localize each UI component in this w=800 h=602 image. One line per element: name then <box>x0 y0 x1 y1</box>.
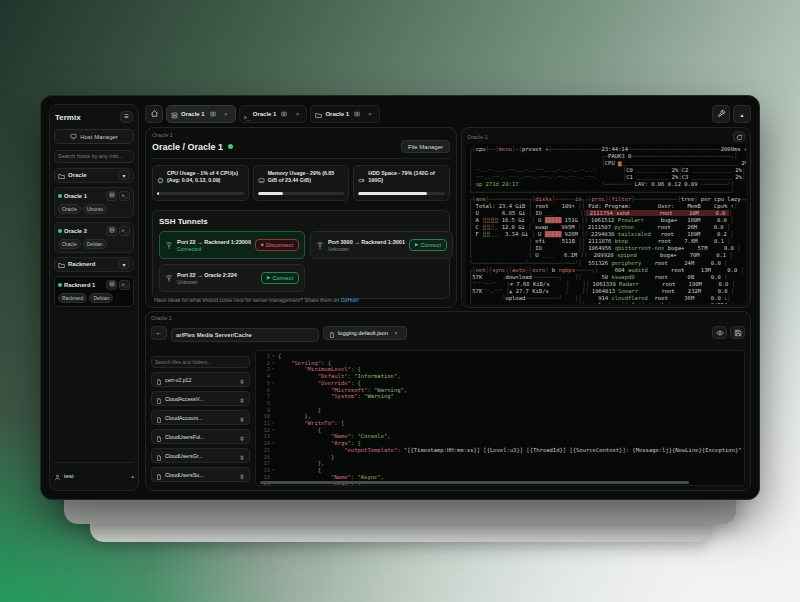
file-search-input[interactable] <box>151 356 250 368</box>
server-connect-button[interactable] <box>106 280 117 290</box>
file-manager-button[interactable]: File Manager <box>401 140 450 153</box>
stat-card-cpu: CPU Usage - 1% of 4 CPU(s) (Avg: 0.04, 0… <box>152 165 249 201</box>
pin-icon[interactable] <box>239 390 245 408</box>
file-list-item[interactable]: CloudUsersSu... <box>151 467 250 482</box>
line-number: 13 <box>256 433 272 440</box>
breadcrumb: Oracle / Oracle 1 <box>152 142 223 152</box>
chevron-up-icon: ▴ <box>131 473 134 479</box>
editor-line: 19 "Name": "Async", <box>256 474 744 481</box>
code-content: { <box>278 467 744 474</box>
sidebar-group-oracle[interactable]: Oracle▾ <box>54 168 134 183</box>
line-number: 12 <box>256 427 272 434</box>
code-content: "Override": { <box>278 380 744 387</box>
line-number: 4 <box>256 373 272 380</box>
close-icon[interactable]: × <box>292 108 302 120</box>
action-label: Disconnect <box>266 242 293 248</box>
code-content: "MinimumLevel": { <box>278 366 744 373</box>
code-content: } <box>278 454 744 461</box>
tunnel-status: Unknown <box>177 279 257 285</box>
split-icon[interactable] <box>208 108 218 120</box>
file-name: CloudAccessV... <box>165 396 236 402</box>
host-name: Oracle 1 <box>64 193 104 199</box>
host-item-racknerd-1[interactable]: Racknerd 1>_RacknerdDebian <box>54 276 134 307</box>
line-number: 15 <box>256 447 272 454</box>
host-manager-button[interactable]: Host Manager <box>54 129 134 144</box>
home-icon <box>150 109 159 120</box>
panel-label: Oracle 1 <box>151 315 745 321</box>
sidebar: Termix ≡ Host Manager Oracle▾Oracle 1>_O… <box>49 104 139 491</box>
code-editor[interactable]: 1▾{2▾ "Serilog": {3▾ "MinimumLevel": {4 … <box>255 350 745 486</box>
stat-label: HDD Space - 79% (142G of 190G) <box>368 170 445 188</box>
server-connect-button[interactable] <box>106 226 117 236</box>
progress-track <box>258 192 345 195</box>
terminal-connect-button[interactable]: >_ <box>119 191 130 201</box>
file-list-item[interactable]: cert-v2.p12 <box>151 372 250 387</box>
split-icon[interactable] <box>352 108 362 120</box>
terminal-output[interactable]: ┌┤cpu├──┤menu├─┤preset +├───────────────… <box>466 144 746 304</box>
refresh-button[interactable] <box>733 131 745 142</box>
server-connect-button[interactable] <box>106 191 117 201</box>
pin-icon[interactable] <box>239 485 245 487</box>
tunnel-card: Port 3000 → Racknerd 1:3001Unknown▶Conne… <box>310 231 453 259</box>
host-search-input[interactable] <box>54 150 134 163</box>
save-button[interactable] <box>730 326 745 339</box>
server-icon <box>109 227 115 234</box>
pin-icon[interactable] <box>239 428 245 446</box>
eye-icon <box>716 325 724 340</box>
editor-tab[interactable]: logging.default.json × <box>323 326 407 340</box>
refresh-icon <box>736 129 743 144</box>
back-button[interactable]: ← <box>151 326 167 340</box>
code-content: }, <box>278 413 744 420</box>
close-icon[interactable]: × <box>365 108 375 120</box>
close-icon[interactable]: × <box>391 327 401 339</box>
code-content: { <box>278 353 744 360</box>
status-dot <box>228 144 233 149</box>
close-icon[interactable]: × <box>221 108 231 120</box>
home-button[interactable] <box>145 105 163 123</box>
path-input[interactable] <box>171 328 319 342</box>
github-link[interactable]: GitHub! <box>341 297 359 303</box>
collapse-button[interactable]: ▴ <box>733 105 751 123</box>
host-tag: Debian <box>83 239 107 249</box>
terminal-connect-button[interactable]: >_ <box>119 280 130 290</box>
panel-label: Oracle 1 <box>467 134 488 140</box>
horizontal-scrollbar[interactable] <box>260 481 689 484</box>
code-content: "Serilog": { <box>278 360 744 367</box>
tools-button[interactable] <box>712 105 730 123</box>
user-menu[interactable]: test ▴ <box>54 462 134 485</box>
connect-button[interactable]: ▶Connect <box>409 239 447 251</box>
tab-folder[interactable]: Oracle 1× <box>310 105 380 123</box>
tab-server[interactable]: Oracle 1× <box>166 105 236 123</box>
pin-icon[interactable] <box>239 409 245 427</box>
terminal-connect-button[interactable]: >_ <box>119 226 130 236</box>
file-icon <box>156 372 162 389</box>
line-number: 8 <box>256 400 272 407</box>
host-tag: Ubuntu <box>83 204 107 214</box>
caret-up-icon: ▴ <box>740 111 743 118</box>
pin-icon[interactable] <box>239 466 245 484</box>
file-list-item[interactable]: CloudUsersGr... <box>151 448 250 463</box>
preview-button[interactable] <box>712 326 727 339</box>
sidebar-group-racknerd[interactable]: Racknerd▾ <box>54 257 134 272</box>
play-icon: ▶ <box>267 276 270 281</box>
tab-bar: Oracle 1×>_Oracle 1×Oracle 1× ▴ <box>145 104 751 124</box>
editor-line: 14▾ "Args": { <box>256 440 744 447</box>
chevron-down-icon[interactable]: ▾ <box>118 259 130 269</box>
tab-terminal[interactable]: >_Oracle 1× <box>239 105 308 123</box>
file-list-item[interactable]: CloudUsersFul... <box>151 429 250 444</box>
file-list-item[interactable]: CloudAccount... <box>151 410 250 425</box>
chevron-down-icon[interactable]: ▾ <box>118 170 130 180</box>
host-item-oracle-1[interactable]: Oracle 1>_OracleUbuntu <box>54 187 134 218</box>
host-row: Oracle 2>_ <box>58 226 130 236</box>
editor-line: 4 "Default": "Information", <box>256 373 744 380</box>
host-item-oracle-2[interactable]: Oracle 2>_OracleDebian <box>54 222 134 253</box>
split-icon[interactable] <box>279 108 289 120</box>
sidebar-menu-button[interactable]: ≡ <box>120 111 133 123</box>
tunnel-status: Connected <box>177 246 251 252</box>
server-header: Oracle / Oracle 1 File Manager <box>152 140 450 153</box>
connect-button[interactable]: ▶Connect <box>261 272 299 284</box>
pin-icon[interactable] <box>239 447 245 465</box>
pin-icon[interactable] <box>239 372 245 389</box>
disconnect-button[interactable]: ■Disconnect <box>255 239 299 251</box>
file-list-item[interactable]: CloudAccessV... <box>151 391 250 406</box>
